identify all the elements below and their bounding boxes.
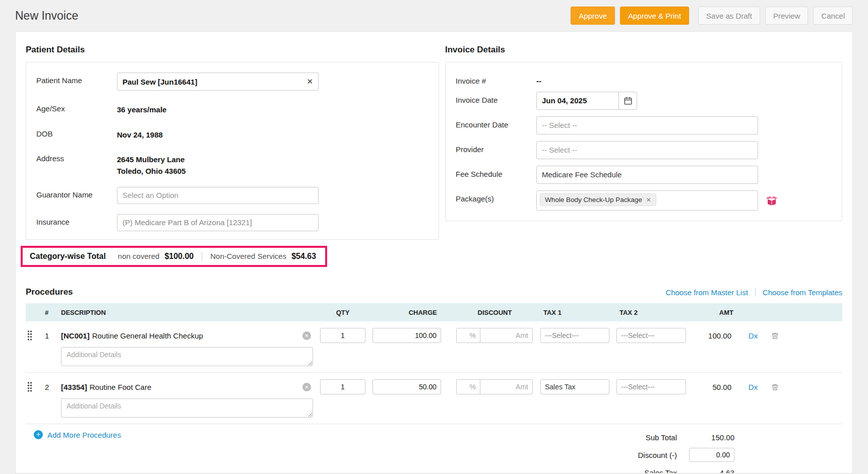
tax1-select[interactable]: Sales Tax (540, 379, 609, 394)
additional-details-input[interactable] (61, 347, 313, 366)
package-chip-label: Whole Body Check-Up Package (545, 196, 642, 204)
discount-label: Discount (-) (638, 451, 677, 459)
link-separator (755, 288, 756, 296)
invoice-date-input[interactable]: Jun 04, 2025 (536, 92, 637, 110)
discount-percent-input[interactable] (456, 328, 480, 343)
provider-label: Provider (456, 141, 536, 154)
package-icon[interactable] (765, 194, 778, 207)
encounter-date-label: Encounter Date (456, 116, 536, 129)
invoice-number-value: -- (536, 73, 541, 85)
category-item-name: non covered (118, 252, 160, 260)
qty-input[interactable] (320, 379, 365, 394)
charge-input[interactable] (373, 379, 441, 394)
delete-procedure-icon[interactable] (765, 331, 785, 340)
procedure-description-cell: [43354]Routine Foot Care ✕ (61, 383, 313, 391)
patient-name-row: Patient Name ✕ (36, 73, 428, 91)
fee-schedule-select[interactable]: Medicare Fee Schedule (536, 166, 758, 184)
age-sex-row: Age/Sex 36 years/male (36, 101, 428, 116)
procedures-section: Procedures Choose from Master List Choos… (26, 287, 842, 473)
remove-procedure-icon[interactable]: ✕ (302, 331, 311, 340)
charge-input[interactable] (373, 328, 441, 343)
address-label: Address (36, 151, 117, 163)
clear-patient-icon[interactable]: ✕ (306, 77, 313, 86)
discount-amount-input[interactable] (480, 379, 533, 394)
discount-amount-input[interactable] (480, 328, 533, 343)
age-sex-label: Age/Sex (36, 101, 117, 113)
drag-handle-icon[interactable] (26, 381, 44, 392)
guarantor-label: Guarantor Name (36, 187, 117, 199)
col-tax1: TAX 1 (533, 309, 609, 316)
approve-print-button[interactable]: Approve & Print (620, 7, 689, 25)
insurance-row: Insurance (P) Medicare Part B of Arizona… (36, 214, 428, 231)
invoice-date-row: Invoice Date Jun 04, 2025 (456, 92, 832, 110)
procedure-name: Routine Foot Care (90, 383, 152, 391)
preview-button[interactable]: Preview (765, 7, 808, 25)
fee-schedule-row: Fee Schedule Medicare Fee Schedule (456, 166, 832, 184)
qty-input[interactable] (320, 328, 365, 343)
tax2-select[interactable]: ---Select--- (616, 379, 686, 394)
discount-row: Discount (-) (638, 448, 734, 462)
provider-select[interactable]: -- Select -- (536, 141, 758, 159)
col-description: DESCRIPTION (61, 309, 313, 316)
calendar-icon[interactable] (618, 92, 637, 109)
patient-details-heading: Patient Details (26, 45, 439, 55)
tax1-select[interactable]: ---Select--- (540, 328, 609, 343)
dx-link[interactable]: Dx (749, 331, 758, 340)
choose-master-list-link[interactable]: Choose from Master List (665, 288, 748, 297)
insurance-field[interactable]: (P) Medicare Part B of Arizona [12321] (117, 214, 319, 231)
invoice-card: Patient Details Patient Name ✕ Age/Sex 3… (15, 31, 853, 473)
procedures-links: Choose from Master List Choose from Temp… (665, 288, 842, 297)
category-item: Non-Covered Services $54.63 (210, 252, 316, 261)
patient-name-input[interactable] (117, 73, 319, 91)
drag-handle-icon[interactable] (26, 330, 44, 341)
invoice-number-label: Invoice # (456, 73, 536, 85)
plus-circle-icon: + (34, 430, 43, 439)
topbar: New Invoice Approve Approve & Print Save… (0, 0, 868, 31)
discount-percent-input[interactable] (456, 379, 480, 394)
add-more-procedures-link[interactable]: + Add More Procedures (26, 430, 121, 439)
procedure-description-cell: [NC001]Routine General Health Checkup ✕ (61, 331, 313, 340)
sales-tax-row: Sales Tax 4.63 (638, 465, 734, 473)
procedure-name: Routine General Health Checkup (92, 331, 203, 340)
page-title: New Invoice (15, 9, 78, 23)
packages-field[interactable]: Whole Body Check-Up Package ✕ (536, 190, 758, 211)
age-sex-value: 36 years/male (117, 101, 166, 116)
patient-name-field: ✕ (117, 73, 319, 91)
dx-link[interactable]: Dx (749, 383, 758, 391)
invoice-number-row: Invoice # -- (456, 73, 832, 85)
tax2-select[interactable]: ---Select--- (616, 328, 686, 343)
address-value: 2645 Mulbery Lane Toledo, Ohio 43605 (117, 151, 185, 177)
row-number: 1 (44, 331, 61, 340)
procedure-description: [43354]Routine Foot Care (61, 383, 151, 391)
provider-row: Provider -- Select -- (456, 141, 832, 159)
delete-procedure-icon[interactable] (765, 383, 785, 391)
category-wise-total: Category-wise Total non covered $100.00 … (21, 246, 327, 267)
category-item-name: Non-Covered Services (210, 252, 286, 260)
save-draft-button[interactable]: Save as Draft (698, 7, 760, 25)
procedure-description: [NC001]Routine General Health Checkup (61, 331, 203, 340)
sales-tax-value: 4.63 (689, 468, 734, 474)
category-item: non covered $100.00 (118, 252, 194, 261)
choose-templates-link[interactable]: Choose from Templates (763, 288, 842, 297)
remove-procedure-icon[interactable]: ✕ (302, 383, 311, 391)
invoice-totals: Sub Total 150.00 Discount (-) Sales Tax … (638, 430, 734, 473)
address-line1: 2645 Mulbery Lane (117, 154, 185, 166)
encounter-date-select[interactable]: -- Select -- (536, 116, 758, 134)
guarantor-select[interactable]: Select an Option (117, 187, 319, 204)
remove-package-icon[interactable]: ✕ (646, 196, 651, 204)
col-tax2: TAX 2 (609, 309, 686, 316)
discount-total-input[interactable] (689, 448, 734, 462)
cancel-button[interactable]: Cancel (813, 7, 853, 25)
additional-details-input[interactable] (61, 398, 313, 418)
dob-row: DOB Nov 24, 1988 (36, 126, 428, 141)
approve-button[interactable]: Approve (571, 7, 615, 25)
procedure-row-2: 2 [43354]Routine Foot Care ✕ Sales Tax -… (26, 373, 842, 424)
new-invoice-page: New Invoice Approve Approve & Print Save… (0, 0, 868, 473)
patient-name-label: Patient Name (36, 73, 117, 85)
category-separator (202, 252, 202, 261)
col-qty: QTY (313, 309, 365, 316)
patient-details-panel: Patient Name ✕ Age/Sex 36 years/male DOB… (26, 62, 439, 240)
procedures-table-header: # DESCRIPTION QTY CHARGE DISCOUNT TAX 1 … (26, 303, 842, 321)
invoice-date-value: Jun 04, 2025 (537, 92, 618, 109)
invoice-date-label: Invoice Date (456, 92, 536, 104)
